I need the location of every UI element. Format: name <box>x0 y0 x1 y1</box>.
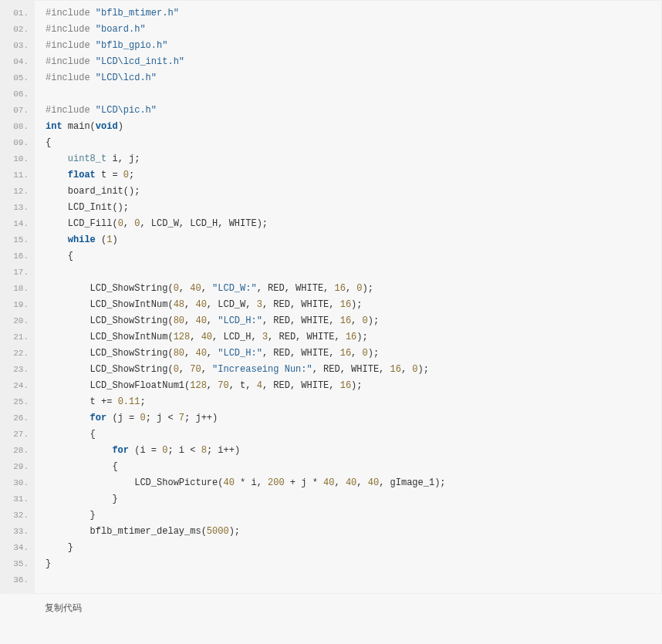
code-token: 7 <box>179 413 184 423</box>
code-token <box>46 445 112 456</box>
code-token: ; j++) <box>184 413 218 423</box>
code-token: , <box>190 332 201 342</box>
code-token: "bflb_gpio.h" <box>96 40 168 51</box>
code-token: uint8_t <box>68 153 106 164</box>
code-line: int main(void) <box>46 119 661 135</box>
code-line <box>46 265 661 281</box>
line-number: 25. <box>1 394 35 410</box>
code-token <box>46 170 68 180</box>
code-token: ); <box>351 299 362 310</box>
code-token: 16 <box>390 364 401 375</box>
code-line: while (1) <box>46 232 661 248</box>
code-line: #include "LCD\pic.h" <box>46 103 661 119</box>
code-line: #include "LCD\lcd_init.h" <box>46 54 661 70</box>
code-token: ) <box>112 234 117 245</box>
code-token: (j = <box>106 413 140 423</box>
code-footer: 复制代码 <box>0 594 662 624</box>
code-line: uint8_t i, j; <box>46 151 661 167</box>
code-token: , <box>179 364 190 375</box>
code-token: LCD_ShowString( <box>46 315 174 326</box>
code-token: void <box>96 121 118 132</box>
code-token: , <box>179 283 190 294</box>
code-line: { <box>46 427 661 443</box>
code-token: } <box>46 542 73 553</box>
code-token: 0 <box>140 413 145 423</box>
line-number: 01. <box>1 5 35 22</box>
code-line: } <box>46 491 661 507</box>
code-token: , <box>356 477 367 488</box>
code-token: ); <box>351 380 362 391</box>
line-number: 07. <box>1 103 35 119</box>
code-line: t += 0.11; <box>46 394 661 410</box>
code-token: LCD_ShowPicture( <box>46 477 223 488</box>
code-token: } <box>46 558 51 569</box>
code-token: * i, <box>235 477 268 488</box>
code-token: , RED, WHITE, <box>262 380 340 391</box>
code-line: LCD_Fill(0, 0, LCD_W, LCD_H, WHITE); <box>46 216 661 232</box>
line-number: 20. <box>1 313 35 329</box>
code-line: LCD_ShowString(80, 40, "LCD_H:", RED, WH… <box>46 313 661 329</box>
line-number: 24. <box>1 378 35 394</box>
code-line: bflb_mtimer_delay_ms(5000); <box>46 524 661 540</box>
code-token: , <box>207 348 218 359</box>
code-token: for <box>112 445 129 456</box>
line-number: 19. <box>1 297 35 313</box>
code-token: ; i < <box>167 445 201 456</box>
code-token: 0 <box>412 364 417 375</box>
code-token: LCD_ShowString( <box>46 283 174 294</box>
code-token: ); <box>418 364 429 375</box>
code-line: for (i = 0; i < 8; i++) <box>46 443 661 459</box>
code-token: { <box>46 251 73 261</box>
code-token <box>46 234 68 245</box>
line-number-gutter: 01.02.03.04.05.06.07.08.09.10.11.12.13.1… <box>1 1 35 593</box>
code-token: ); <box>368 315 379 326</box>
code-token: 200 <box>268 477 285 488</box>
code-token: 0.11 <box>118 396 140 407</box>
code-token: + j * <box>285 477 323 488</box>
code-token: , LCD_W, <box>207 299 257 310</box>
line-number: 02. <box>1 22 35 38</box>
code-token: "LCD_H:" <box>218 315 262 326</box>
copy-code-link[interactable]: 复制代码 <box>45 602 82 613</box>
code-token: , <box>346 283 356 294</box>
code-token: 40 <box>323 477 334 488</box>
line-number: 17. <box>1 265 35 281</box>
code-token: , <box>184 348 195 359</box>
code-token: t = <box>96 170 123 180</box>
code-line: for (j = 0; j < 7; j++) <box>46 410 661 427</box>
code-token: , <box>401 364 412 375</box>
code-token: , <box>184 299 195 310</box>
line-number: 27. <box>1 427 35 443</box>
line-number: 26. <box>1 410 35 427</box>
line-number: 21. <box>1 329 35 346</box>
code-token: LCD_ShowString( <box>46 348 174 359</box>
code-token: , <box>351 315 362 326</box>
code-token: ); <box>229 526 240 537</box>
line-number: 05. <box>1 70 35 86</box>
line-number: 33. <box>1 524 35 540</box>
code-token: , <box>201 364 212 375</box>
code-token: t += <box>46 396 118 407</box>
code-token: "Increaseing Nun:" <box>212 364 312 375</box>
code-token: , RED, WHITE, <box>262 348 340 359</box>
code-line: LCD_Init(); <box>46 200 661 216</box>
line-number: 10. <box>1 151 35 167</box>
code-token: ) <box>118 121 123 132</box>
code-token <box>46 153 68 164</box>
code-token: 0 <box>123 170 129 180</box>
code-line: { <box>46 248 661 265</box>
code-token: 128 <box>174 332 191 342</box>
code-token: 128 <box>190 380 207 391</box>
code-token: ; <box>129 170 134 180</box>
code-line <box>46 86 661 103</box>
line-number: 03. <box>1 38 35 54</box>
code-token: 80 <box>174 315 184 326</box>
code-token: i, j; <box>106 153 140 164</box>
code-token: , <box>184 315 195 326</box>
code-line: LCD_ShowString(0, 40, "LCD_W:", RED, WHI… <box>46 281 661 297</box>
line-number: 15. <box>1 232 35 248</box>
code-line: } <box>46 556 661 572</box>
code-token: } <box>46 494 118 504</box>
code-token: int <box>46 121 62 132</box>
code-token: 40 <box>190 283 201 294</box>
